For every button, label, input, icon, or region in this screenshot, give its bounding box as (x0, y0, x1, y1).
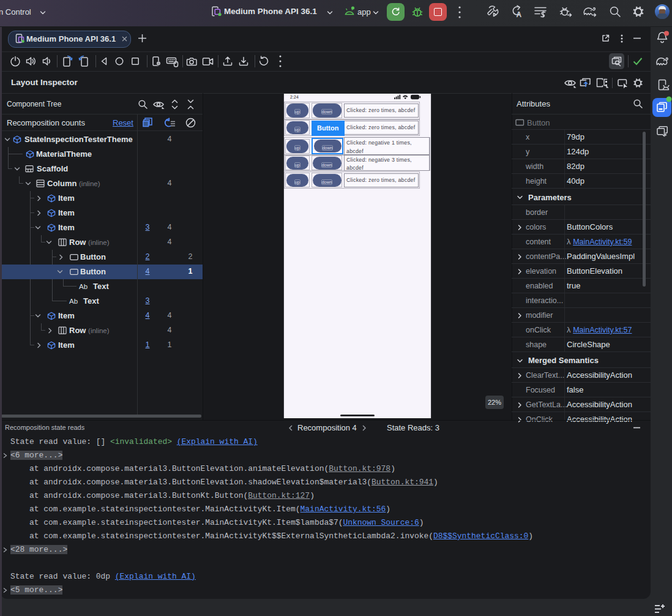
svg-text:A: A (517, 10, 522, 19)
